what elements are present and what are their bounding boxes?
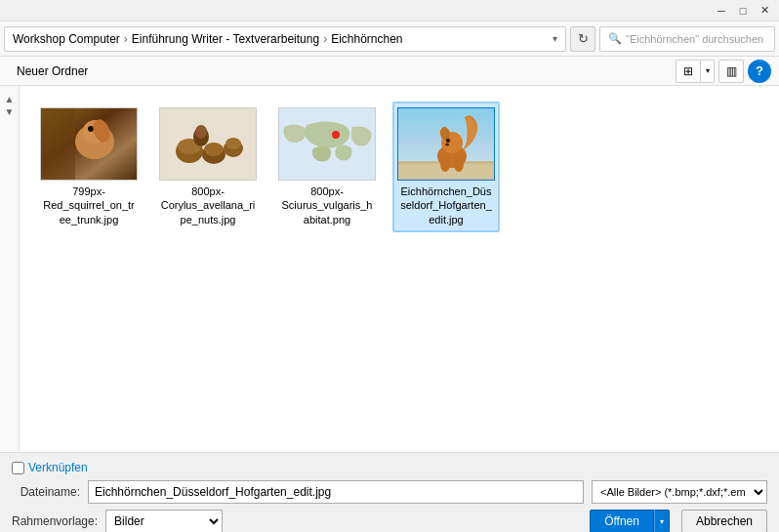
- file-item[interactable]: 799px-Red_squirrel_on_tree_trunk.jpg: [35, 102, 143, 232]
- squirrel2-thumbnail-svg: [398, 107, 494, 181]
- open-dropdown-button[interactable]: ▾: [654, 510, 670, 532]
- file-label: 799px-Red_squirrel_on_tree_trunk.jpg: [41, 184, 137, 226]
- search-icon: 🔍: [608, 32, 622, 45]
- link-checkbox[interactable]: [12, 462, 24, 474]
- file-item[interactable]: 800px-Corylus_avellana_ripe_nuts.jpg: [154, 102, 262, 232]
- svg-point-14: [195, 125, 207, 139]
- panel-view-button[interactable]: ▥: [718, 60, 744, 83]
- file-label: 800px-Sciurus_vulgaris_habitat.png: [279, 184, 375, 226]
- search-placeholder: "Eichhörnchen" durchsuchen: [626, 33, 763, 45]
- file-label: Eichhörnchen_Düsseldorf_Hofgarten_edit.j…: [398, 184, 494, 226]
- file-item[interactable]: Eichhörnchen_Düsseldorf_Hofgarten_edit.j…: [392, 102, 500, 232]
- breadcrumb-part1: Workshop Computer: [13, 32, 120, 46]
- toolbar-right: ⊞ ▾ ▥ ?: [676, 60, 771, 83]
- file-area: 799px-Red_squirrel_on_tree_trunk.jpg 800…: [20, 86, 779, 452]
- link-row: Verknüpfen: [12, 461, 767, 474]
- filename-input[interactable]: [88, 480, 584, 504]
- svg-rect-1: [41, 107, 75, 181]
- help-button[interactable]: ?: [748, 60, 771, 83]
- svg-point-23: [446, 139, 450, 143]
- file-thumbnail: [397, 107, 495, 181]
- address-bar: Workshop Computer › Einführung Writer - …: [0, 21, 779, 57]
- file-label: 800px-Corylus_avellana_ripe_nuts.jpg: [160, 184, 256, 226]
- toolbar: Neuer Ordner ⊞ ▾ ▥ ?: [0, 57, 779, 86]
- bottom-area: Verknüpfen Dateiname: <Alle Bilder> (*.b…: [0, 452, 779, 532]
- nav-strip: ▲ ▼: [0, 86, 20, 452]
- nuts-thumbnail-svg: [160, 107, 256, 181]
- nav-down-arrow[interactable]: ▼: [5, 106, 15, 117]
- breadcrumb-sep1: ›: [124, 32, 128, 46]
- main-area: ▲ ▼: [0, 86, 779, 452]
- file-thumbnail: [278, 107, 376, 181]
- breadcrumb-dropdown-icon[interactable]: ▾: [553, 33, 557, 44]
- rahmen-row: Rahmenvorlage: Bilder Öffnen ▾ Abbrechen: [12, 510, 767, 532]
- title-bar: ─ □ ✕: [0, 0, 779, 21]
- squirrel-thumbnail-svg: [41, 107, 137, 181]
- breadcrumb-part3: Eichhörnchen: [331, 32, 402, 46]
- cancel-button[interactable]: Abbrechen: [681, 510, 767, 532]
- file-thumbnail: [159, 107, 257, 181]
- svg-point-4: [88, 126, 94, 132]
- svg-point-10: [204, 143, 224, 156]
- svg-point-24: [445, 143, 449, 146]
- view-dropdown-button[interactable]: ▾: [701, 60, 715, 83]
- link-label: Verknüpfen: [28, 461, 88, 474]
- map-thumbnail-svg: [279, 107, 375, 181]
- rahmen-field-label: Rahmenvorlage:: [12, 514, 98, 528]
- maximize-button[interactable]: □: [732, 0, 754, 21]
- breadcrumb-sep2: ›: [323, 32, 327, 46]
- filetype-select[interactable]: <Alle Bilder> (*.bmp;*.dxf;*.em: [592, 480, 767, 504]
- refresh-button[interactable]: ↻: [570, 26, 595, 52]
- action-buttons: Öffnen ▾ Abbrechen: [590, 510, 767, 532]
- breadcrumb-part2: Einführung Writer - Textverarbeitung: [132, 32, 319, 46]
- svg-point-25: [440, 156, 450, 172]
- minimize-button[interactable]: ─: [711, 0, 732, 21]
- view-main-button[interactable]: ⊞: [676, 60, 701, 83]
- rahmen-select[interactable]: Bilder: [105, 510, 223, 532]
- link-checkbox-label[interactable]: Verknüpfen: [12, 461, 88, 474]
- svg-point-26: [454, 156, 464, 172]
- svg-point-12: [226, 138, 241, 149]
- new-folder-button[interactable]: Neuer Ordner: [8, 60, 97, 83]
- open-button-group: Öffnen ▾: [590, 510, 670, 532]
- view-toggle-group: ⊞ ▾: [676, 60, 715, 83]
- close-button[interactable]: ✕: [754, 0, 775, 21]
- search-box[interactable]: 🔍 "Eichhörnchen" durchsuchen: [599, 26, 775, 52]
- file-item[interactable]: 800px-Sciurus_vulgaris_habitat.png: [273, 102, 381, 232]
- breadcrumb[interactable]: Workshop Computer › Einführung Writer - …: [4, 26, 566, 52]
- filename-field-label: Dateiname:: [12, 485, 80, 499]
- nav-up-arrow[interactable]: ▲: [5, 94, 15, 104]
- file-thumbnail: [40, 107, 138, 181]
- open-button[interactable]: Öffnen: [590, 510, 654, 532]
- svg-point-16: [332, 131, 340, 139]
- filename-row: Dateiname: <Alle Bilder> (*.bmp;*.dxf;*.…: [12, 480, 767, 504]
